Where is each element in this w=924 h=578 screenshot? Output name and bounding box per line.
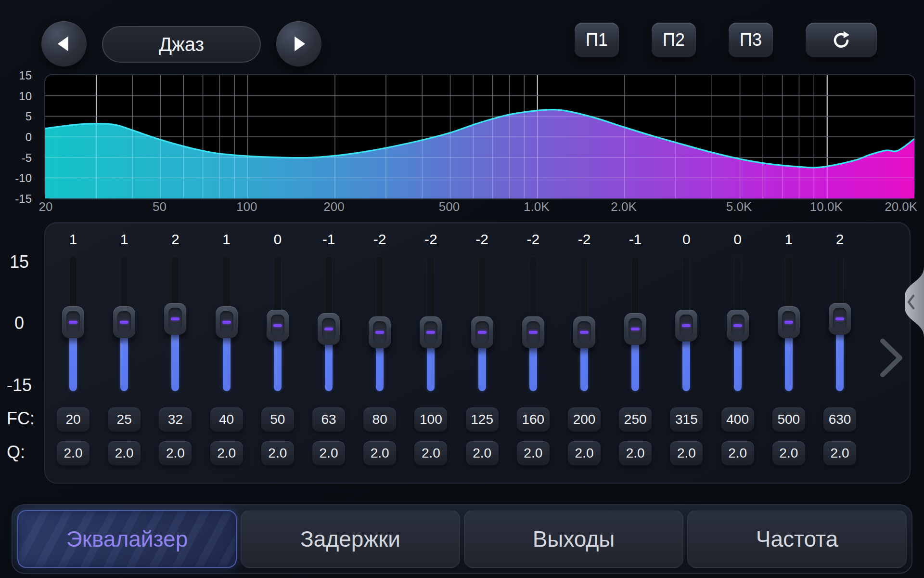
- slider-thumb[interactable]: [113, 306, 135, 338]
- eq-band-column: -2 160 2.0: [508, 226, 559, 477]
- db-axis-label: -10: [0, 171, 32, 185]
- band-fc-chip[interactable]: 250: [619, 407, 652, 432]
- band-fc-chip[interactable]: 125: [466, 407, 499, 432]
- band-slider[interactable]: [201, 226, 252, 477]
- thumb-dash-icon: [835, 317, 844, 320]
- eq-band-column: 2 32 2.0: [150, 226, 201, 477]
- band-q-chip[interactable]: 2.0: [363, 441, 396, 465]
- band-fc-chip[interactable]: 160: [517, 407, 550, 432]
- band-slider[interactable]: [457, 226, 508, 477]
- band-fc-chip[interactable]: 20: [57, 407, 90, 432]
- band-fc-chip[interactable]: 80: [363, 407, 396, 432]
- slider-thumb[interactable]: [829, 303, 851, 335]
- side-pull-handle[interactable]: [897, 266, 924, 340]
- db-axis-label: -5: [0, 151, 32, 165]
- memory-preset-button[interactable]: П3: [729, 23, 773, 57]
- band-q-chip[interactable]: 2.0: [210, 441, 243, 465]
- band-fc-chip[interactable]: 32: [159, 407, 192, 432]
- eq-band-column: 1 25 2.0: [99, 226, 150, 477]
- slider-thumb[interactable]: [624, 313, 646, 345]
- band-q-chip[interactable]: 2.0: [772, 441, 805, 465]
- band-slider[interactable]: [559, 226, 610, 477]
- band-q-chip[interactable]: 2.0: [414, 441, 447, 465]
- band-fc-chip[interactable]: 315: [670, 407, 703, 432]
- band-slider[interactable]: [99, 226, 150, 477]
- band-slider[interactable]: [712, 226, 763, 477]
- db-axis: 151050-5-10-15: [0, 75, 37, 198]
- band-fc-chip[interactable]: 63: [312, 407, 345, 432]
- slider-thumb[interactable]: [267, 310, 289, 342]
- band-slider[interactable]: [150, 226, 201, 477]
- eq-band-column: -2 125 2.0: [457, 226, 508, 477]
- band-slider[interactable]: [610, 226, 661, 477]
- preset-name: Джаз: [159, 34, 204, 55]
- slider-thumb[interactable]: [318, 313, 340, 345]
- reset-eq-button[interactable]: [806, 23, 877, 57]
- eq-band-column: -2 80 2.0: [354, 226, 405, 477]
- slider-thumb[interactable]: [216, 306, 238, 338]
- slider-thumb[interactable]: [675, 310, 697, 342]
- thumb-dash-icon: [478, 331, 487, 334]
- next-preset-button[interactable]: [276, 21, 321, 66]
- slider-thumb[interactable]: [778, 306, 800, 338]
- slider-thumb[interactable]: [420, 316, 442, 348]
- band-slider[interactable]: [763, 226, 814, 477]
- band-fc-chip[interactable]: 500: [772, 407, 805, 432]
- q-row-label: Q:: [7, 442, 46, 462]
- band-q-chip[interactable]: 2.0: [670, 441, 703, 465]
- memory-preset-button[interactable]: П2: [652, 23, 696, 57]
- tab-frequency[interactable]: Частота: [687, 510, 907, 568]
- tab-outputs[interactable]: Выходы: [464, 510, 683, 568]
- band-q-chip[interactable]: 2.0: [57, 441, 90, 465]
- band-slider[interactable]: [508, 226, 559, 477]
- band-slider[interactable]: [48, 226, 99, 477]
- slider-thumb[interactable]: [62, 306, 84, 338]
- slider-thumb[interactable]: [164, 303, 186, 335]
- slider-thumb[interactable]: [369, 316, 391, 348]
- band-q-chip[interactable]: 2.0: [312, 441, 345, 465]
- band-q-chip[interactable]: 2.0: [568, 441, 601, 465]
- band-q-chip[interactable]: 2.0: [823, 441, 856, 465]
- band-q-chip[interactable]: 2.0: [159, 441, 192, 465]
- freq-axis-label: 50: [153, 199, 167, 214]
- band-q-chip[interactable]: 2.0: [721, 441, 754, 465]
- band-fc-chip[interactable]: 40: [210, 407, 243, 432]
- prev-preset-button[interactable]: [41, 21, 87, 66]
- band-slider[interactable]: [661, 226, 712, 477]
- db-axis-label: 15: [0, 69, 32, 82]
- thumb-dash-icon: [631, 328, 640, 330]
- band-fc-chip[interactable]: 200: [568, 407, 601, 432]
- band-fc-chip[interactable]: 50: [261, 407, 294, 432]
- thumb-dash-icon: [580, 331, 589, 334]
- band-fc-chip[interactable]: 25: [108, 407, 141, 432]
- band-q-chip[interactable]: 2.0: [517, 441, 550, 465]
- eq-band-column: 1 40 2.0: [201, 226, 252, 477]
- band-slider[interactable]: [405, 226, 456, 477]
- next-bands-button[interactable]: [878, 338, 907, 380]
- slider-thumb[interactable]: [522, 316, 544, 348]
- preset-display[interactable]: Джаз: [102, 26, 261, 63]
- thumb-dash-icon: [171, 317, 180, 320]
- band-fc-chip[interactable]: 400: [721, 407, 754, 432]
- band-slider[interactable]: [252, 226, 303, 477]
- freq-axis-label: 200: [323, 199, 344, 214]
- band-q-chip[interactable]: 2.0: [261, 441, 294, 465]
- memory-preset-button[interactable]: П1: [575, 23, 619, 57]
- equalizer-screen: { "header": { "preset_name": "Джаз", "pr…: [0, 0, 924, 578]
- band-fc-chip[interactable]: 630: [823, 407, 856, 432]
- db-axis-label: 5: [0, 110, 32, 123]
- band-q-chip[interactable]: 2.0: [466, 441, 499, 465]
- slider-thumb[interactable]: [471, 316, 493, 348]
- band-slider[interactable]: [354, 226, 405, 477]
- slider-thumb[interactable]: [727, 310, 749, 342]
- band-fc-chip[interactable]: 100: [414, 407, 447, 432]
- thumb-dash-icon: [529, 331, 538, 334]
- band-q-chip[interactable]: 2.0: [619, 441, 652, 465]
- slider-thumb[interactable]: [573, 316, 595, 348]
- thumb-dash-icon: [682, 324, 691, 327]
- band-slider[interactable]: [303, 226, 354, 477]
- tab-delays[interactable]: Задержки: [241, 510, 460, 568]
- tab-equalizer[interactable]: Эквалайзер: [17, 510, 237, 568]
- band-slider[interactable]: [814, 226, 865, 477]
- band-q-chip[interactable]: 2.0: [108, 441, 141, 465]
